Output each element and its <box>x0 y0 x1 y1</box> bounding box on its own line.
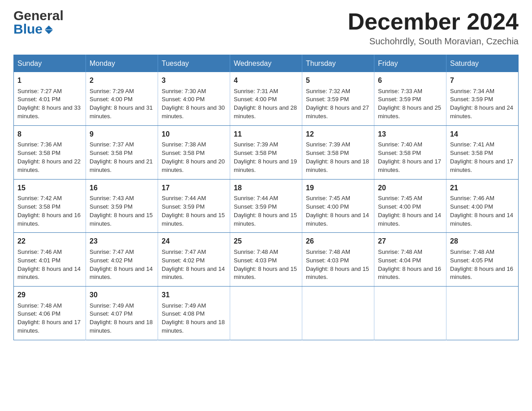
day-info: Sunrise: 7:37 AMSunset: 3:58 PMDaylight:… <box>90 141 153 173</box>
day-number: 16 <box>90 183 154 193</box>
calendar-cell: 17Sunrise: 7:44 AMSunset: 3:59 PMDayligh… <box>158 179 230 233</box>
day-number: 31 <box>162 290 226 300</box>
calendar-cell: 30Sunrise: 7:49 AMSunset: 4:07 PMDayligh… <box>86 287 158 340</box>
calendar-week-2: 8Sunrise: 7:36 AMSunset: 3:58 PMDaylight… <box>14 125 519 179</box>
day-number: 28 <box>450 236 515 246</box>
day-info: Sunrise: 7:46 AMSunset: 4:01 PMDaylight:… <box>17 248 81 281</box>
calendar-table: SundayMondayTuesdayWednesdayThursdayFrid… <box>13 55 519 340</box>
calendar-cell: 7Sunrise: 7:34 AMSunset: 3:59 PMDaylight… <box>446 72 519 125</box>
day-info: Sunrise: 7:47 AMSunset: 4:02 PMDaylight:… <box>90 248 153 281</box>
day-info: Sunrise: 7:29 AMSunset: 4:00 PMDaylight:… <box>90 88 153 120</box>
day-number: 12 <box>306 129 370 139</box>
calendar-cell: 11Sunrise: 7:39 AMSunset: 3:58 PMDayligh… <box>230 125 302 179</box>
day-number: 26 <box>306 236 370 246</box>
day-info: Sunrise: 7:49 AMSunset: 4:08 PMDaylight:… <box>162 302 225 334</box>
day-number: 29 <box>17 290 82 300</box>
day-info: Sunrise: 7:36 AMSunset: 3:58 PMDaylight:… <box>17 141 81 173</box>
day-info: Sunrise: 7:48 AMSunset: 4:03 PMDaylight:… <box>306 248 369 281</box>
calendar-cell <box>446 287 519 340</box>
calendar-cell <box>230 287 302 340</box>
day-info: Sunrise: 7:44 AMSunset: 3:59 PMDaylight:… <box>234 195 297 227</box>
calendar-cell: 10Sunrise: 7:38 AMSunset: 3:58 PMDayligh… <box>158 125 230 179</box>
day-number: 3 <box>162 76 226 86</box>
calendar-cell: 26Sunrise: 7:48 AMSunset: 4:03 PMDayligh… <box>302 233 374 287</box>
month-title: December 2024 <box>348 9 519 34</box>
day-info: Sunrise: 7:45 AMSunset: 4:00 PMDaylight:… <box>378 195 441 227</box>
day-number: 25 <box>234 236 298 246</box>
weekday-header-wednesday: Wednesday <box>230 55 302 73</box>
calendar-cell: 29Sunrise: 7:48 AMSunset: 4:06 PMDayligh… <box>14 287 86 340</box>
weekday-header-sunday: Sunday <box>14 55 86 73</box>
calendar-cell: 20Sunrise: 7:45 AMSunset: 4:00 PMDayligh… <box>374 179 446 233</box>
day-number: 23 <box>90 236 154 246</box>
day-info: Sunrise: 7:32 AMSunset: 3:59 PMDaylight:… <box>306 88 369 120</box>
calendar-cell: 13Sunrise: 7:40 AMSunset: 3:58 PMDayligh… <box>374 125 446 179</box>
calendar-week-3: 15Sunrise: 7:42 AMSunset: 3:58 PMDayligh… <box>14 179 519 233</box>
day-number: 17 <box>162 183 226 193</box>
day-number: 27 <box>378 236 442 246</box>
calendar-cell: 23Sunrise: 7:47 AMSunset: 4:02 PMDayligh… <box>86 233 158 287</box>
day-info: Sunrise: 7:40 AMSunset: 3:58 PMDaylight:… <box>378 141 441 173</box>
day-number: 9 <box>90 129 154 139</box>
weekday-header-tuesday: Tuesday <box>158 55 230 73</box>
day-number: 24 <box>162 236 226 246</box>
location: Suchohrdly, South Moravian, Czechia <box>348 36 519 47</box>
calendar-cell: 31Sunrise: 7:49 AMSunset: 4:08 PMDayligh… <box>158 287 230 340</box>
logo-blue: Blue <box>13 22 64 36</box>
day-number: 21 <box>450 183 515 193</box>
logo: General Blue <box>13 9 64 36</box>
day-info: Sunrise: 7:48 AMSunset: 4:03 PMDaylight:… <box>234 248 297 281</box>
day-info: Sunrise: 7:39 AMSunset: 3:58 PMDaylight:… <box>306 141 369 173</box>
day-number: 6 <box>378 76 442 86</box>
day-info: Sunrise: 7:30 AMSunset: 4:00 PMDaylight:… <box>162 88 225 120</box>
calendar-cell: 27Sunrise: 7:48 AMSunset: 4:04 PMDayligh… <box>374 233 446 287</box>
day-info: Sunrise: 7:47 AMSunset: 4:02 PMDaylight:… <box>162 248 225 281</box>
weekday-header-thursday: Thursday <box>302 55 374 73</box>
day-info: Sunrise: 7:45 AMSunset: 4:00 PMDaylight:… <box>306 195 369 227</box>
logo-triangle-icon <box>45 26 53 34</box>
day-info: Sunrise: 7:42 AMSunset: 3:58 PMDaylight:… <box>17 195 81 227</box>
calendar-cell: 5Sunrise: 7:32 AMSunset: 3:59 PMDaylight… <box>302 72 374 125</box>
day-number: 20 <box>378 183 442 193</box>
calendar-week-5: 29Sunrise: 7:48 AMSunset: 4:06 PMDayligh… <box>14 287 519 340</box>
calendar-cell: 15Sunrise: 7:42 AMSunset: 3:58 PMDayligh… <box>14 179 86 233</box>
weekday-header-row: SundayMondayTuesdayWednesdayThursdayFrid… <box>14 55 519 73</box>
calendar-week-1: 1Sunrise: 7:27 AMSunset: 4:01 PMDaylight… <box>14 72 519 125</box>
day-number: 30 <box>90 290 154 300</box>
day-number: 7 <box>450 76 515 86</box>
day-number: 13 <box>378 129 442 139</box>
calendar-cell: 25Sunrise: 7:48 AMSunset: 4:03 PMDayligh… <box>230 233 302 287</box>
day-info: Sunrise: 7:48 AMSunset: 4:05 PMDaylight:… <box>450 248 513 281</box>
weekday-header-saturday: Saturday <box>446 55 519 73</box>
day-info: Sunrise: 7:34 AMSunset: 3:59 PMDaylight:… <box>450 88 513 120</box>
calendar-cell: 16Sunrise: 7:43 AMSunset: 3:59 PMDayligh… <box>86 179 158 233</box>
day-number: 1 <box>17 76 82 86</box>
calendar-cell: 6Sunrise: 7:33 AMSunset: 3:59 PMDaylight… <box>374 72 446 125</box>
day-info: Sunrise: 7:33 AMSunset: 3:59 PMDaylight:… <box>378 88 441 120</box>
day-info: Sunrise: 7:31 AMSunset: 4:00 PMDaylight:… <box>234 88 297 120</box>
day-number: 5 <box>306 76 370 86</box>
day-info: Sunrise: 7:48 AMSunset: 4:04 PMDaylight:… <box>378 248 441 281</box>
calendar-cell: 28Sunrise: 7:48 AMSunset: 4:05 PMDayligh… <box>446 233 519 287</box>
calendar-cell: 2Sunrise: 7:29 AMSunset: 4:00 PMDaylight… <box>86 72 158 125</box>
day-info: Sunrise: 7:44 AMSunset: 3:59 PMDaylight:… <box>162 195 225 227</box>
day-number: 4 <box>234 76 298 86</box>
calendar-cell <box>302 287 374 340</box>
calendar-cell: 21Sunrise: 7:46 AMSunset: 4:00 PMDayligh… <box>446 179 519 233</box>
calendar-cell: 4Sunrise: 7:31 AMSunset: 4:00 PMDaylight… <box>230 72 302 125</box>
calendar-cell <box>374 287 446 340</box>
day-number: 14 <box>450 129 515 139</box>
day-number: 15 <box>17 183 82 193</box>
page-header: General Blue December 2024 Suchohrdly, S… <box>13 9 519 47</box>
calendar-cell: 3Sunrise: 7:30 AMSunset: 4:00 PMDaylight… <box>158 72 230 125</box>
day-info: Sunrise: 7:43 AMSunset: 3:59 PMDaylight:… <box>90 195 153 227</box>
day-info: Sunrise: 7:46 AMSunset: 4:00 PMDaylight:… <box>450 195 513 227</box>
calendar-cell: 18Sunrise: 7:44 AMSunset: 3:59 PMDayligh… <box>230 179 302 233</box>
calendar-week-4: 22Sunrise: 7:46 AMSunset: 4:01 PMDayligh… <box>14 233 519 287</box>
calendar-cell: 19Sunrise: 7:45 AMSunset: 4:00 PMDayligh… <box>302 179 374 233</box>
day-number: 8 <box>17 129 82 139</box>
calendar-cell: 1Sunrise: 7:27 AMSunset: 4:01 PMDaylight… <box>14 72 86 125</box>
calendar-cell: 12Sunrise: 7:39 AMSunset: 3:58 PMDayligh… <box>302 125 374 179</box>
day-info: Sunrise: 7:39 AMSunset: 3:58 PMDaylight:… <box>234 141 297 173</box>
calendar-cell: 24Sunrise: 7:47 AMSunset: 4:02 PMDayligh… <box>158 233 230 287</box>
